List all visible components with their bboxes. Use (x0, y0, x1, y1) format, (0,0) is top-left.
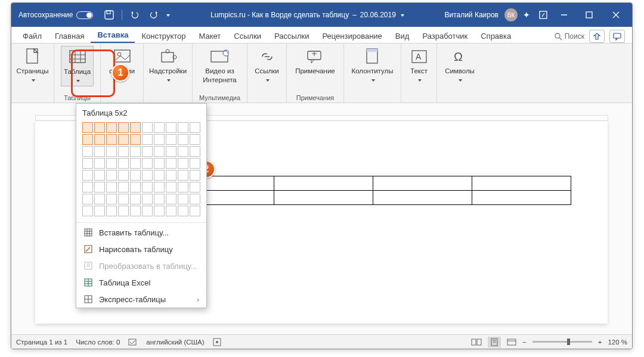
ribbon-display-icon[interactable] (535, 7, 551, 23)
grid-cell[interactable] (82, 146, 93, 157)
zoom-in-button[interactable]: + (598, 339, 602, 346)
tab-file[interactable]: Файл (16, 29, 48, 43)
grid-cell[interactable] (190, 158, 200, 169)
grid-cell[interactable] (130, 146, 141, 157)
grid-cell[interactable] (106, 182, 117, 193)
grid-cell[interactable] (82, 134, 93, 145)
illustrations-button[interactable]: страции (107, 46, 137, 85)
grid-cell[interactable] (166, 182, 177, 193)
grid-cell[interactable] (190, 134, 200, 145)
title-dropdown-icon[interactable] (400, 11, 404, 19)
grid-cell[interactable] (130, 170, 141, 181)
grid-cell[interactable] (82, 170, 93, 181)
grid-cell[interactable] (178, 170, 188, 181)
pages-button[interactable]: Страницы (14, 46, 51, 85)
tab-references[interactable]: Ссылки (227, 29, 268, 43)
tab-review[interactable]: Рецензирование (315, 29, 388, 43)
grid-cell[interactable] (166, 134, 177, 145)
grid-cell[interactable] (94, 158, 105, 169)
grid-cell[interactable] (82, 182, 93, 193)
web-layout-icon[interactable] (507, 338, 516, 346)
grid-cell[interactable] (166, 158, 177, 169)
grid-cell[interactable] (130, 158, 141, 169)
headerfooter-button[interactable]: Колонтитулы (349, 46, 396, 85)
grid-cell[interactable] (190, 194, 200, 204)
comment-button[interactable]: Примечание (293, 46, 338, 76)
grid-cell[interactable] (142, 122, 153, 133)
links-button[interactable]: Ссылки (252, 46, 281, 85)
grid-cell[interactable] (106, 206, 117, 216)
tab-insert[interactable]: Вставка (91, 28, 135, 43)
grid-cell[interactable] (166, 122, 177, 133)
grid-cell[interactable] (154, 182, 165, 193)
redo-icon[interactable] (146, 7, 162, 23)
zoom-out-button[interactable]: − (522, 339, 527, 346)
grid-cell[interactable] (94, 146, 105, 157)
avatar[interactable]: ВК (504, 8, 518, 21)
grid-cell[interactable] (106, 194, 117, 204)
grid-cell[interactable] (178, 182, 188, 193)
language-indicator[interactable]: английский (США) (146, 339, 204, 346)
grid-cell[interactable] (142, 146, 153, 157)
grid-cell[interactable] (178, 158, 188, 169)
spellcheck-icon[interactable] (128, 338, 138, 346)
table-button[interactable]: Таблица (61, 46, 94, 86)
grid-cell[interactable] (118, 146, 129, 157)
macro-icon[interactable] (213, 338, 221, 346)
grid-cell[interactable] (142, 134, 153, 145)
grid-cell[interactable] (154, 170, 165, 181)
grid-cell[interactable] (178, 194, 188, 204)
grid-cell[interactable] (142, 206, 153, 216)
grid-cell[interactable] (118, 170, 129, 181)
grid-cell[interactable] (178, 206, 188, 216)
tab-home[interactable]: Главная (48, 29, 91, 43)
grid-cell[interactable] (118, 194, 129, 204)
share-button[interactable] (589, 30, 605, 43)
grid-cell[interactable] (130, 134, 141, 145)
grid-cell[interactable] (178, 122, 188, 133)
grid-cell[interactable] (166, 206, 177, 216)
tab-design[interactable]: Конструктор (135, 29, 192, 43)
grid-cell[interactable] (118, 122, 129, 133)
grid-cell[interactable] (94, 194, 105, 204)
addins-button[interactable]: Надстройки (147, 46, 189, 85)
grid-cell[interactable] (106, 170, 117, 181)
grid-cell[interactable] (130, 182, 141, 193)
grid-cell[interactable] (166, 146, 177, 157)
tab-mailings[interactable]: Рассылки (268, 29, 315, 43)
grid-cell[interactable] (94, 134, 105, 145)
quick-tables-item[interactable]: Экспресс-таблицы › (76, 291, 206, 308)
grid-cell[interactable] (106, 134, 117, 145)
print-layout-icon[interactable] (488, 337, 501, 347)
symbols-button[interactable]: Ω Символы (442, 46, 477, 85)
draw-table-item[interactable]: Нарисовать таблицу (76, 241, 206, 257)
insert-table-item[interactable]: Вставить таблицу... (76, 224, 206, 241)
close-button[interactable] (602, 6, 630, 24)
grid-cell[interactable] (166, 194, 177, 204)
page-indicator[interactable]: Страница 1 из 1 (16, 339, 67, 346)
grid-cell[interactable] (142, 194, 153, 204)
qat-more-icon[interactable] (165, 11, 170, 19)
grid-cell[interactable] (130, 122, 141, 133)
excel-table-item[interactable]: Таблица Excel (76, 274, 206, 291)
table-size-picker[interactable] (76, 121, 206, 221)
grid-cell[interactable] (130, 206, 141, 216)
grid-cell[interactable] (154, 146, 165, 157)
tab-layout[interactable]: Макет (193, 29, 228, 43)
grid-cell[interactable] (142, 158, 153, 169)
minimize-button[interactable] (552, 6, 576, 24)
zoom-level[interactable]: 120 % (608, 339, 627, 346)
grid-cell[interactable] (82, 194, 93, 204)
grid-cell[interactable] (190, 206, 200, 216)
search-box[interactable]: Поиск (554, 32, 584, 41)
grid-cell[interactable] (154, 134, 165, 145)
grid-cell[interactable] (94, 170, 105, 181)
undo-icon[interactable] (127, 7, 143, 23)
grid-cell[interactable] (118, 158, 129, 169)
save-icon[interactable] (101, 7, 117, 23)
word-count[interactable]: Число слов: 0 (76, 339, 120, 346)
grid-cell[interactable] (154, 206, 165, 216)
maximize-button[interactable] (577, 6, 601, 24)
grid-cell[interactable] (190, 122, 200, 133)
autosave-toggle[interactable]: Автосохранение (14, 11, 98, 19)
